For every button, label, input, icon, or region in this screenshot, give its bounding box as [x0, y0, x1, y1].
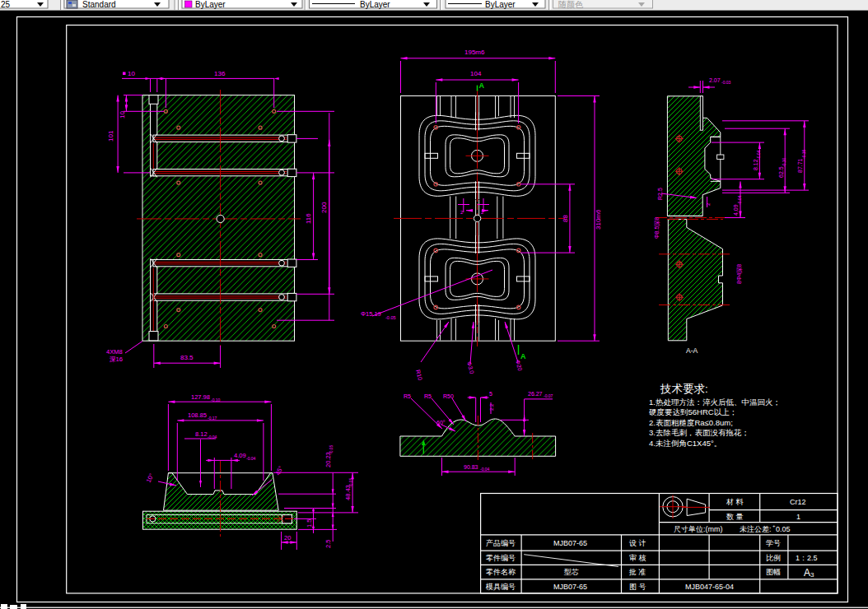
- svg-text:MJB07-65: MJB07-65: [553, 583, 587, 591]
- svg-text:3: 3: [810, 571, 814, 579]
- svg-text:88: 88: [562, 215, 569, 222]
- svg-text:ByLayer: ByLayer: [485, 0, 516, 9]
- svg-text:尺寸单位:(mm): 尺寸单位:(mm): [674, 525, 723, 533]
- svg-text:Standard: Standard: [82, 0, 116, 9]
- svg-text:310m6: 310m6: [595, 209, 602, 230]
- svg-text:设 计: 设 计: [629, 539, 646, 547]
- svg-text:136: 136: [214, 70, 226, 77]
- svg-text:116: 116: [305, 213, 312, 224]
- svg-text:批 准: 批 准: [628, 568, 646, 576]
- svg-text:2.5: 2.5: [324, 540, 332, 548]
- svg-text:8Φ4深8: 8Φ4深8: [736, 264, 743, 284]
- svg-text:60°: 60°: [436, 420, 446, 425]
- svg-text:1.5: 1.5: [306, 519, 313, 528]
- svg-text:5: 5: [489, 391, 492, 397]
- svg-text:未注公差:: 未注公差:: [740, 525, 772, 533]
- svg-text:-0.04: -0.04: [208, 435, 217, 439]
- svg-text:-0.04: -0.04: [756, 150, 761, 160]
- svg-text:图幅: 图幅: [766, 568, 781, 576]
- svg-text:3.去除毛刺，表面没有拖花；: 3.去除毛刺，表面没有拖花；: [649, 428, 749, 437]
- svg-text:-0.10: -0.10: [211, 397, 221, 402]
- svg-text:-0.10: -0.10: [782, 157, 786, 167]
- svg-text:200: 200: [320, 202, 328, 213]
- svg-text:数 量: 数 量: [726, 513, 744, 521]
- svg-text:-0.04: -0.04: [246, 456, 256, 461]
- svg-text:1：2.5: 1：2.5: [796, 554, 818, 562]
- svg-text:-0.05: -0.05: [385, 315, 396, 320]
- svg-text:127.98: 127.98: [191, 393, 210, 401]
- svg-text:技术要求:: 技术要求:: [660, 383, 708, 395]
- svg-text:26.27: 26.27: [528, 391, 543, 397]
- svg-text:ByLayer: ByLayer: [360, 0, 390, 9]
- svg-text:型芯: 型芯: [563, 568, 579, 576]
- svg-text:学号: 学号: [766, 539, 781, 547]
- svg-text:深16: 深16: [110, 356, 123, 363]
- svg-text:20: 20: [284, 534, 291, 542]
- svg-text:25: 25: [1, 0, 11, 9]
- svg-text:零件编号: 零件编号: [486, 554, 516, 562]
- svg-text:ByLayer: ByLayer: [195, 0, 226, 9]
- svg-text:8.12: 8.12: [195, 430, 208, 438]
- svg-text:2.07: 2.07: [709, 77, 721, 83]
- svg-text:Cr12: Cr12: [790, 498, 806, 506]
- svg-text:A-A: A-A: [686, 346, 698, 355]
- svg-text:-0.04: -0.04: [737, 195, 742, 205]
- svg-text:4.09: 4.09: [234, 452, 246, 459]
- svg-text:A: A: [479, 81, 485, 90]
- svg-text:模具编号: 模具编号: [485, 583, 516, 591]
- svg-text:10: 10: [128, 70, 135, 77]
- svg-text:-0.04: -0.04: [480, 467, 490, 472]
- svg-text:R50: R50: [443, 393, 454, 399]
- svg-text:8.12: 8.12: [753, 159, 758, 170]
- svg-text:108.85: 108.85: [188, 411, 207, 419]
- svg-text:R5: R5: [404, 393, 411, 399]
- svg-text:Φ8.5深8: Φ8.5深8: [654, 217, 660, 239]
- svg-text:A: A: [804, 567, 810, 579]
- svg-text:1.热处理方法：淬火后低、中温回火；: 1.热处理方法：淬火后低、中温回火；: [649, 397, 781, 407]
- svg-text:101: 101: [107, 130, 114, 142]
- svg-text:审 核: 审 核: [629, 554, 646, 562]
- svg-text:4XM8: 4XM8: [106, 348, 123, 356]
- svg-text:R5: R5: [424, 393, 432, 399]
- svg-text:零件名称: 零件名称: [486, 568, 516, 576]
- svg-text:4.未注倒角C1X45°。: 4.未注倒角C1X45°。: [649, 439, 721, 448]
- svg-text:比例: 比例: [766, 554, 781, 562]
- svg-text:-0.07: -0.07: [544, 393, 553, 398]
- svg-text:MJB047-65-04: MJB047-65-04: [685, 583, 734, 591]
- svg-text:-0.16: -0.16: [801, 149, 806, 159]
- svg-text:0.05: 0.05: [776, 525, 791, 533]
- svg-text:MJB07-65: MJB07-65: [553, 539, 587, 547]
- svg-text:2.表面粗糙度Ra≤0.8um;: 2.表面粗糙度Ra≤0.8um;: [649, 418, 733, 427]
- svg-text:195m6: 195m6: [464, 49, 485, 56]
- svg-text:-0.05: -0.05: [348, 477, 353, 487]
- svg-text:62.5: 62.5: [778, 166, 784, 178]
- svg-text:-0.17: -0.17: [208, 416, 217, 421]
- svg-text:83.5: 83.5: [180, 354, 194, 361]
- svg-text:-0.03: -0.03: [721, 80, 731, 85]
- svg-text:硬度要达到56HRC以上；: 硬度要达到56HRC以上；: [649, 407, 737, 416]
- svg-text:产品编号: 产品编号: [486, 539, 516, 547]
- svg-text:1: 1: [796, 513, 800, 521]
- svg-text:随颜色: 随颜色: [558, 0, 584, 9]
- svg-text:-0.05: -0.05: [329, 444, 334, 454]
- svg-text:4.09: 4.09: [733, 204, 739, 216]
- svg-text:图 号: 图 号: [629, 583, 646, 591]
- svg-text:87.71: 87.71: [797, 158, 803, 173]
- svg-text:2.2: 2.2: [489, 403, 494, 411]
- svg-text:104: 104: [470, 70, 482, 77]
- svg-text:R2.5: R2.5: [657, 188, 663, 200]
- svg-text:90.83: 90.83: [464, 464, 478, 470]
- svg-text:10: 10: [119, 111, 126, 119]
- svg-text:材 料: 材 料: [726, 498, 744, 506]
- svg-text:Φ15.19: Φ15.19: [361, 310, 381, 318]
- svg-text:A: A: [520, 352, 526, 360]
